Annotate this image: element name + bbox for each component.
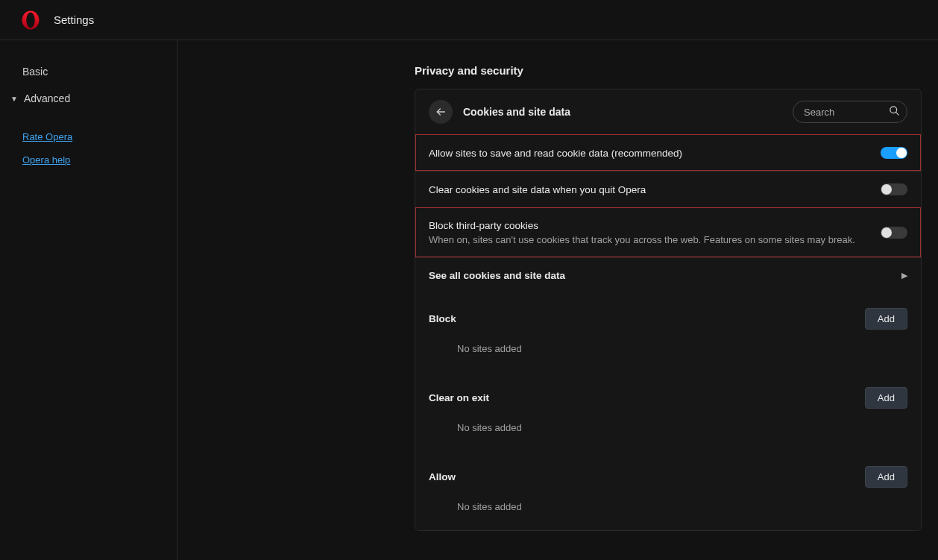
block-add-button[interactable]: Add: [865, 308, 907, 330]
toggle-clear-on-quit[interactable]: [881, 183, 907, 195]
allow-list-header: Allow Add: [415, 451, 921, 494]
row-see-all-cookies[interactable]: See all cookies and site data ▶: [415, 257, 921, 293]
page-title: Settings: [54, 13, 94, 26]
caret-down-icon: ▼: [10, 95, 18, 103]
svg-line-4: [895, 112, 898, 115]
settings-panel: Cookies and site data Allow sites to sav…: [415, 89, 922, 531]
clear-exit-add-button[interactable]: Add: [865, 387, 907, 409]
sidebar: Basic ▼ Advanced Rate Opera Opera help: [0, 40, 177, 560]
arrow-left-icon: [435, 106, 447, 118]
toggle-block-third-party[interactable]: [881, 227, 907, 239]
search-icon: [889, 105, 900, 119]
toggle-allow-cookies[interactable]: [881, 147, 907, 159]
allow-add-button[interactable]: Add: [865, 466, 907, 488]
row-clear-on-quit[interactable]: Clear cookies and site data when you qui…: [415, 171, 921, 207]
block-list-empty: No sites added: [415, 336, 921, 372]
row-allow-cookies[interactable]: Allow sites to save and read cookie data…: [415, 134, 921, 171]
top-bar: Settings: [0, 0, 938, 40]
opera-help-link[interactable]: Opera help: [0, 148, 177, 172]
clear-on-exit-header: Clear on exit Add: [415, 372, 921, 415]
panel-title: Cookies and site data: [463, 106, 782, 118]
main-area: Privacy and security Cookies and site da…: [177, 40, 938, 560]
back-button[interactable]: [429, 100, 453, 124]
allow-list-empty: No sites added: [415, 494, 921, 530]
clear-exit-list-empty: No sites added: [415, 415, 921, 451]
block-list-header: Block Add: [415, 293, 921, 336]
sidebar-item-advanced[interactable]: ▼ Advanced: [0, 85, 177, 112]
sidebar-item-basic[interactable]: Basic: [0, 58, 177, 85]
svg-point-1: [26, 12, 34, 28]
chevron-right-icon: ▶: [901, 271, 907, 280]
section-title: Privacy and security: [415, 64, 922, 77]
opera-logo-icon: [21, 10, 40, 30]
rate-opera-link[interactable]: Rate Opera: [0, 125, 177, 148]
row-block-third-party[interactable]: Block third-party cookies When on, sites…: [415, 207, 921, 257]
